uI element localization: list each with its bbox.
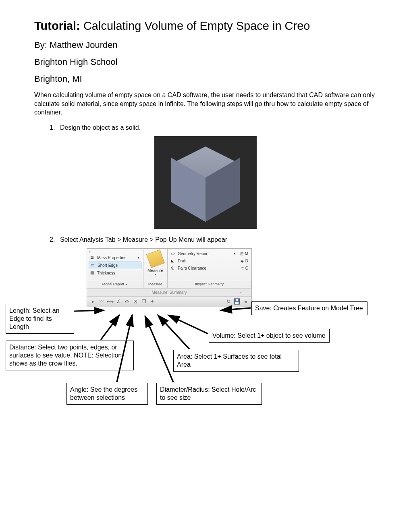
thickness-icon: ▤ bbox=[90, 270, 95, 276]
draft-button[interactable]: ◣ Draft ◈ D bbox=[169, 258, 250, 264]
chevron-left-icon[interactable]: ◂ bbox=[242, 298, 249, 305]
draft-icon: ◣ bbox=[171, 258, 176, 264]
page-title: Tutorial: Calculating Volume of Empty Sp… bbox=[34, 19, 377, 33]
step-1: 1.Design the object as a solid. bbox=[50, 124, 377, 131]
save-icon[interactable] bbox=[233, 298, 241, 305]
area-icon[interactable]: ⊠ bbox=[132, 298, 139, 305]
callout-distance: Distance: Select two points, edges, or s… bbox=[6, 341, 134, 370]
volume-icon[interactable]: ❐ bbox=[140, 298, 147, 305]
callout-diameter: Diameter/Radius: Select Hole/Arc to see … bbox=[156, 383, 262, 405]
chevron-down-icon: ▼ bbox=[137, 256, 140, 259]
length-icon[interactable]: 〰 bbox=[98, 298, 105, 305]
close-icon[interactable]: × bbox=[239, 290, 242, 295]
cube-screenshot bbox=[154, 136, 257, 229]
chevron-down-icon: ▼ bbox=[233, 252, 236, 255]
city: Brighton, MI bbox=[34, 74, 377, 84]
c-icon: ⊂ bbox=[241, 266, 244, 270]
report-icon: ▭ bbox=[171, 251, 176, 256]
svg-line-4 bbox=[101, 315, 119, 340]
model-report-dropdown[interactable]: Model Report ▼ bbox=[87, 281, 143, 288]
edge-icon: ▭ bbox=[91, 263, 96, 268]
geometry-report-button[interactable]: ▭ Geometry Report ▼ ⊞ M bbox=[169, 250, 250, 257]
summary-icon[interactable]: ▸ bbox=[89, 298, 97, 305]
mesh-icon: ⊞ bbox=[240, 251, 243, 256]
chevron-down-icon: ▼ bbox=[125, 283, 128, 286]
svg-line-3 bbox=[74, 310, 104, 311]
d-icon: ◈ bbox=[241, 259, 244, 263]
svg-line-8 bbox=[168, 315, 208, 334]
thickness-button[interactable]: ▤ Thickness bbox=[89, 270, 141, 276]
diameter-icon[interactable]: ⊘ bbox=[123, 298, 131, 305]
ruler-icon bbox=[146, 249, 164, 268]
scale-icon: ⚖ bbox=[90, 255, 95, 260]
measure-toolbar: ▸ 〰 ⟷ ∠ ⊘ ⊠ ❐ ✦ ↻ ◂ bbox=[87, 296, 251, 307]
clearance-icon: ◎ bbox=[171, 266, 176, 271]
chevron-down-icon: ▼ bbox=[145, 273, 166, 276]
school: Brighton High School bbox=[34, 57, 377, 67]
transform-icon[interactable]: ✦ bbox=[149, 298, 156, 305]
svg-rect-1 bbox=[235, 302, 239, 304]
callout-angle: Angle: See the degrees between selection… bbox=[66, 383, 148, 405]
svg-rect-2 bbox=[236, 299, 238, 301]
inspect-panel-label: Inspect Geometry bbox=[168, 281, 251, 288]
measure-summary-titlebar: Measure: Summary × bbox=[87, 288, 251, 296]
measure-panel-label: Measure bbox=[143, 281, 168, 288]
pairs-clearance-button[interactable]: ◎ Pairs Clearance ⊂ C bbox=[169, 265, 250, 272]
callout-volume: Volume: Select 1+ object to see volume bbox=[209, 329, 330, 343]
callout-save: Save: Creates Feature on Model Tree bbox=[251, 301, 367, 315]
ribbon-screenshot: is ⚖ Mass Properties ▼ ▭ Short Edge ▤ Th… bbox=[87, 248, 252, 307]
intro-text: When calculating volume of empty space o… bbox=[34, 91, 377, 117]
svg-line-6 bbox=[145, 316, 173, 382]
mass-properties-button[interactable]: ⚖ Mass Properties ▼ bbox=[89, 254, 141, 261]
byline: By: Matthew Jourden bbox=[34, 40, 377, 50]
measure-button[interactable]: Measure ▼ bbox=[143, 249, 168, 281]
title-rest: Calculating Volume of Empty Space in Cre… bbox=[80, 19, 310, 32]
distance-icon[interactable]: ⟷ bbox=[106, 298, 114, 305]
short-edge-button[interactable]: ▭ Short Edge bbox=[89, 262, 141, 269]
callout-length: Length: Select an Edge to find its Lengt… bbox=[6, 304, 74, 334]
angle-icon[interactable]: ∠ bbox=[115, 298, 122, 305]
step-2: 2.Select Analysis Tab > Measure > Pop Up… bbox=[50, 236, 377, 243]
svg-line-7 bbox=[158, 315, 189, 349]
title-bold: Tutorial: bbox=[34, 19, 80, 32]
refresh-icon[interactable]: ↻ bbox=[225, 298, 232, 305]
callout-area: Area: Select 1+ Surfaces to see total Ar… bbox=[173, 350, 299, 372]
svg-line-9 bbox=[221, 308, 251, 310]
